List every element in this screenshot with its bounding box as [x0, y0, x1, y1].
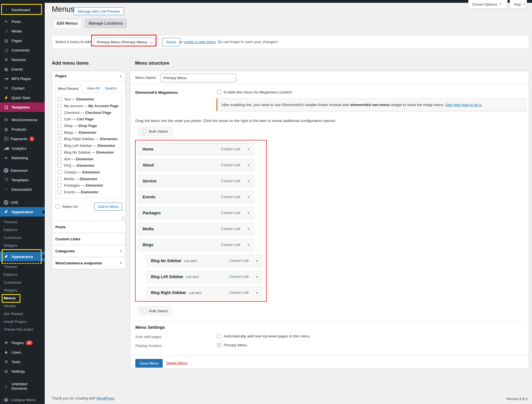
menu-item-blog-left-sidebar[interactable]: Blog Left Sidebarsub itemCustom Link▼: [146, 271, 263, 283]
wordpress-link[interactable]: WordPress: [96, 396, 114, 400]
page-item-checkbox[interactable]: [57, 104, 62, 108]
tab-manage-locations[interactable]: Manage Locations: [85, 19, 127, 28]
expand-item-icon[interactable]: ▼: [247, 243, 250, 246]
sidebar-item-settings[interactable]: ⊞Settings: [0, 367, 45, 376]
menu-item-blog-no-sidebar[interactable]: Blog No Sidebarsub itemCustom Link▼: [146, 255, 263, 267]
sidebar-subitem-customize[interactable]: Customize: [0, 278, 45, 286]
see-how-link[interactable]: See here how to do it.: [445, 103, 482, 107]
sidebar-item-marketing[interactable]: ➤Marketing: [0, 153, 45, 163]
menu-item-service[interactable]: ServiceCustom Link▼: [138, 175, 254, 187]
accordion-woocommerce-endpoints[interactable]: WooCommerce endpoints▼: [52, 257, 126, 269]
page-item-checkbox[interactable]: [57, 190, 62, 194]
expand-item-icon[interactable]: ▼: [247, 180, 250, 183]
sidebar-item-pages[interactable]: ▤Pages: [0, 36, 45, 45]
tab-view-all[interactable]: View All: [87, 86, 100, 90]
menu-item-home[interactable]: HomeCustom Link▼: [138, 143, 254, 155]
select-all-checkbox[interactable]: [55, 205, 60, 209]
collapse-up-icon[interactable]: ▲: [119, 74, 122, 77]
add-to-menu-button[interactable]: Add to Menu: [94, 203, 122, 211]
sidebar-item-posts[interactable]: ✎Posts: [0, 17, 45, 26]
bulk-select-top-checkbox[interactable]: [142, 129, 146, 133]
sidebar-item-products[interactable]: ▥Products: [0, 125, 45, 134]
help-button[interactable]: Help ▼: [510, 0, 527, 9]
sidebar-subitem-theme-file-editor[interactable]: Theme File Editor: [0, 325, 45, 333]
select-button[interactable]: Select: [162, 38, 180, 46]
sidebar-item-mp3-player[interactable]: ◀◀MP3 Player: [0, 74, 45, 83]
screen-options-button[interactable]: Screen Options ▼: [468, 0, 508, 9]
sidebar-subitem-menus[interactable]: Menus: [0, 294, 45, 302]
menu-item-events[interactable]: EventsCustom Link▼: [138, 191, 254, 203]
sidebar-item-elementskit[interactable]: Ξ‹ElementsKit: [0, 185, 45, 194]
page-item-checkbox[interactable]: [57, 124, 62, 128]
menu-item-about[interactable]: AboutCustom Link▼: [138, 159, 254, 171]
collapse-down-icon[interactable]: ▼: [119, 250, 122, 253]
menu-item-media[interactable]: MediaCustom Link▼: [138, 223, 254, 235]
resize-handle[interactable]: [121, 217, 125, 220]
manage-live-preview-button[interactable]: Manage with Live Preview: [74, 7, 124, 15]
create-new-menu-link[interactable]: create a new menu: [184, 40, 216, 44]
page-item-checkbox[interactable]: [57, 170, 62, 174]
accordion-custom-links[interactable]: Custom Links: [52, 233, 126, 245]
sidebar-item-services[interactable]: ⚙Services: [0, 55, 45, 64]
sidebar-item-collapse-menu[interactable]: ◀Collapse Menu: [0, 395, 45, 404]
page-item-checkbox[interactable]: [57, 177, 62, 181]
sidebar-subitem-themes[interactable]: Themes: [0, 218, 45, 226]
sidebar-subitem-install-plugins[interactable]: Install Plugins: [0, 318, 45, 325]
sidebar-item-woocommerce[interactable]: WWooCommerce: [0, 115, 45, 125]
sidebar-subitem-header[interactable]: Header: [0, 302, 45, 310]
expand-item-icon[interactable]: ▼: [247, 148, 250, 151]
accordion-categories[interactable]: Categories▼: [52, 245, 126, 257]
sidebar-subitem-widgets[interactable]: Widgets: [0, 286, 45, 294]
sidebar-item-users[interactable]: ☻Users: [0, 347, 45, 357]
tab-search[interactable]: Search: [105, 86, 117, 90]
sidebar-item-comments[interactable]: ❑Comments: [0, 45, 45, 55]
menu-item-blogs[interactable]: BlogsCustom Link▼: [138, 239, 254, 251]
page-item-checkbox[interactable]: [57, 183, 62, 187]
sidebar-subitem-widgets[interactable]: Widgets: [0, 241, 45, 249]
page-item-checkbox[interactable]: [57, 150, 62, 154]
sidebar-item-unlimited-elements[interactable]: ∪Unlimited Elements: [0, 379, 45, 394]
menu-item-packages[interactable]: PackagesCustom Link▼: [138, 207, 254, 219]
sidebar-item-plugins[interactable]: ❖Plugins15: [0, 338, 45, 347]
sidebar-item-payments[interactable]: $Payments1: [0, 134, 45, 144]
megamenu-enable-checkbox[interactable]: [217, 90, 221, 94]
menu-item-blog-right-sidebar[interactable]: Blog Right Sidebarsub itemCustom Link▼: [146, 287, 263, 299]
page-item-checkbox[interactable]: [57, 111, 62, 115]
expand-item-icon[interactable]: ▼: [247, 227, 250, 231]
page-item-checkbox[interactable]: [57, 130, 62, 135]
sidebar-item-media[interactable]: ♫Media: [0, 26, 45, 36]
page-item-checkbox[interactable]: [57, 137, 62, 141]
menu-select-dropdown[interactable]: Primary Menu (Primary Menu): [94, 38, 155, 46]
save-menu-button[interactable]: Save Menu: [135, 359, 163, 368]
expand-item-icon[interactable]: ▼: [256, 291, 258, 294]
sidebar-item-quick-start[interactable]: ⚡Quick Start: [0, 93, 45, 102]
bulk-select-bottom-checkbox[interactable]: [142, 309, 146, 313]
sidebar-subitem-customize[interactable]: Customize: [0, 234, 45, 241]
page-item-checkbox[interactable]: [57, 97, 62, 101]
sidebar-subitem-themes[interactable]: Themes: [0, 263, 45, 271]
page-item-checkbox[interactable]: [57, 163, 62, 168]
menu-name-input[interactable]: [160, 74, 236, 82]
expand-item-icon[interactable]: ▼: [247, 196, 250, 199]
expand-item-icon[interactable]: ▼: [256, 275, 258, 278]
auto-add-pages-checkbox[interactable]: [217, 334, 221, 338]
pages-box-header[interactable]: Pages ▲: [52, 71, 126, 81]
sidebar-item-tools[interactable]: ⚒Tools: [0, 357, 45, 367]
sidebar-item-contact[interactable]: ✉Contact: [0, 83, 45, 93]
sidebar-item-appearance[interactable]: ✐Appearance: [0, 252, 45, 261]
delete-menu-link[interactable]: Delete Menu: [166, 361, 188, 365]
expand-item-icon[interactable]: ▼: [247, 212, 250, 215]
sidebar-item-dashboard[interactable]: ◔Dashboard: [0, 5, 45, 15]
sidebar-item-elementor[interactable]: EElementor: [0, 166, 45, 175]
sidebar-subitem-patterns[interactable]: Patterns: [0, 226, 45, 234]
expand-item-icon[interactable]: ▼: [247, 164, 250, 167]
collapse-down-icon[interactable]: ▼: [119, 262, 122, 265]
tab-most-recent[interactable]: Most Recent: [55, 85, 81, 93]
accordion-posts[interactable]: Posts: [52, 221, 126, 233]
sidebar-item-appearance[interactable]: ✐Appearance: [0, 207, 45, 217]
sidebar-item-analytics[interactable]: ▂▅▇Analytics: [0, 144, 45, 153]
sidebar-subitem-patterns[interactable]: Patterns: [0, 271, 45, 278]
sidebar-item-templates[interactable]: ❏Templates: [0, 102, 45, 112]
page-item-checkbox[interactable]: [57, 157, 62, 161]
tab-edit-menus[interactable]: Edit Menus: [53, 19, 82, 28]
